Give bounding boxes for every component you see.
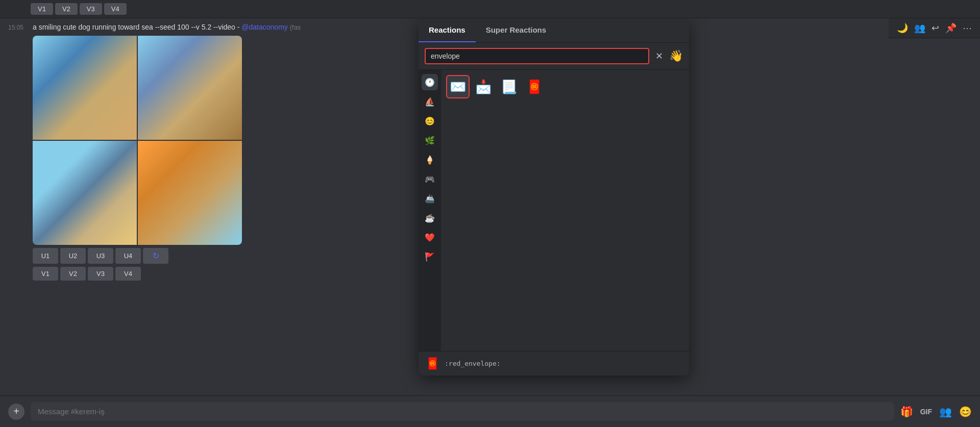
top-right-toolbar: 🌙 👥 ↩ 📌 ⋯ xyxy=(889,18,980,38)
u1-button[interactable]: U1 xyxy=(33,248,58,264)
more-options-icon[interactable]: ⋯ xyxy=(963,22,972,34)
members-input-icon[interactable]: 👥 xyxy=(939,406,952,418)
dog-image-1 xyxy=(33,36,137,140)
v1-button-top[interactable]: V1 xyxy=(31,3,53,15)
image-grid xyxy=(33,36,242,245)
sidebar-icon-symbols[interactable]: ❤️ xyxy=(422,229,438,245)
message-input-bar: + 🎁 GIF 👥 😊 xyxy=(0,395,980,427)
emoji-envelope-open[interactable]: 📃 xyxy=(497,75,521,98)
sidebar-icon-flags[interactable]: 🚩 xyxy=(422,248,438,265)
emoji-red-envelope[interactable]: 🧧 xyxy=(523,75,546,98)
pin-icon[interactable]: 📌 xyxy=(945,22,957,34)
v1-button[interactable]: V1 xyxy=(33,267,58,281)
message-text: a smiling cute dog running toward sea --… xyxy=(33,23,301,31)
main-area: 15:05 a smiling cute dog running toward … xyxy=(0,18,980,395)
members-icon[interactable]: 👥 xyxy=(914,22,925,34)
v3-button[interactable]: V3 xyxy=(88,267,113,281)
v2-button[interactable]: V2 xyxy=(60,267,86,281)
message-suffix: (fas xyxy=(290,23,301,31)
sidebar-icon-objects[interactable]: ☕ xyxy=(422,210,438,226)
message-input[interactable] xyxy=(31,402,894,421)
footer-emoji-label: :red_envelope: xyxy=(445,360,501,367)
gif-icon[interactable]: GIF xyxy=(920,408,932,416)
v4-button-top[interactable]: V4 xyxy=(104,3,127,15)
dog-image-4 xyxy=(138,141,242,245)
u4-button[interactable]: U4 xyxy=(115,248,141,264)
footer-emoji-display: 🧧 xyxy=(426,357,439,370)
tab-super-reactions[interactable]: Super Reactions xyxy=(476,18,556,42)
v2-button-top[interactable]: V2 xyxy=(55,3,78,15)
dog-image-2 xyxy=(138,36,242,140)
picker-footer: 🧧 :red_envelope: xyxy=(419,351,689,375)
sidebar-icon-nature[interactable]: 🌿 xyxy=(422,132,438,148)
input-right-icons: 🎁 GIF 👥 😊 xyxy=(900,406,972,418)
message-body-text: a smiling cute dog running toward sea --… xyxy=(33,23,239,31)
emoji-picker: Reactions Super Reactions ✕ 👋 🕐 ⛵ 😊 🌿 🍦 … xyxy=(419,18,689,375)
emoji-envelope-with-arrow[interactable]: 📩 xyxy=(472,75,495,98)
u2-button[interactable]: U2 xyxy=(60,248,86,264)
gift-icon[interactable]: 🎁 xyxy=(900,406,913,418)
picker-search-row: ✕ 👋 xyxy=(419,43,689,70)
moon-icon[interactable]: 🌙 xyxy=(897,22,908,34)
sidebar-icon-smiley[interactable]: 😊 xyxy=(422,113,438,129)
sidebar-icon-sailboat[interactable]: ⛵ xyxy=(422,93,438,110)
search-clear-button[interactable]: ✕ xyxy=(653,48,665,64)
emoji-search-input[interactable] xyxy=(425,48,649,64)
sidebar-icon-food[interactable]: 🍦 xyxy=(422,152,438,168)
wave-emoji-icon: 👋 xyxy=(669,49,683,63)
picker-content: ✉️ 📩 📃 🧧 xyxy=(441,70,689,351)
emoji-envelope[interactable]: ✉️ xyxy=(446,75,470,98)
dog-image-3 xyxy=(33,141,137,245)
picker-body: 🕐 ⛵ 😊 🌿 🍦 🎮 🚢 ☕ ❤️ 🚩 ✉️ 📩 📃 🧧 xyxy=(419,70,689,351)
message-mention[interactable]: @dataconomy xyxy=(241,23,287,31)
sidebar-icon-activities[interactable]: 🎮 xyxy=(422,171,438,187)
sidebar-icon-recent[interactable]: 🕐 xyxy=(422,74,438,90)
v4-button[interactable]: V4 xyxy=(115,267,141,281)
u3-button[interactable]: U3 xyxy=(88,248,113,264)
add-attachment-button[interactable]: + xyxy=(8,404,24,420)
top-version-bar: V1 V2 V3 V4 xyxy=(0,0,980,18)
tab-reactions[interactable]: Reactions xyxy=(419,18,476,42)
message-timestamp: 15:05 xyxy=(8,24,28,31)
emoji-input-icon[interactable]: 😊 xyxy=(959,406,972,418)
v3-button-top[interactable]: V3 xyxy=(80,3,102,15)
sidebar-icon-travel[interactable]: 🚢 xyxy=(422,190,438,207)
picker-sidebar: 🕐 ⛵ 😊 🌿 🍦 🎮 🚢 ☕ ❤️ 🚩 xyxy=(419,70,441,351)
reply-icon[interactable]: ↩ xyxy=(932,22,939,34)
picker-header: Reactions Super Reactions xyxy=(419,18,689,43)
refresh-button[interactable]: ↻ xyxy=(143,248,168,264)
emoji-results: ✉️ 📩 📃 🧧 xyxy=(446,75,684,98)
